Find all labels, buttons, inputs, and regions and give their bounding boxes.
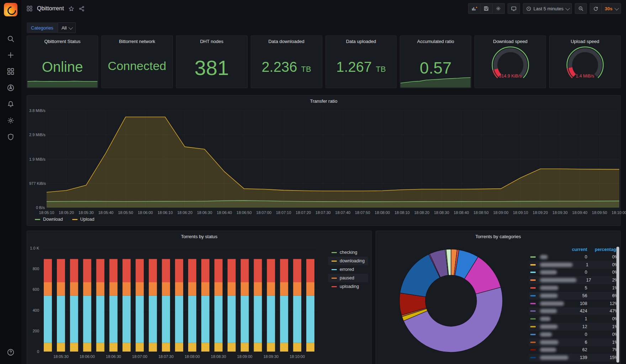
panel-title[interactable]: Bittorrent network — [102, 36, 173, 44]
y-tick: 0 B/s — [29, 205, 45, 210]
panel-title[interactable]: Data uploaded — [326, 36, 397, 44]
category-row[interactable]: 121% — [529, 323, 619, 331]
transfer-chart-area[interactable] — [47, 111, 619, 208]
category-name-redacted — [540, 309, 557, 313]
panel-title[interactable]: Download speed — [475, 36, 546, 44]
category-current-value: 56 — [571, 293, 587, 298]
category-row[interactable]: 13915% — [529, 354, 619, 362]
legend-item-paused[interactable]: paused — [328, 274, 368, 282]
panel-title[interactable]: Accumulated ratio — [400, 36, 471, 44]
table-scrollbar[interactable] — [616, 247, 619, 363]
add-panel-button[interactable] — [468, 3, 481, 14]
x-tick: 18:09:20 — [533, 210, 548, 215]
legend-item-downloading[interactable]: downloading — [328, 257, 368, 265]
category-row[interactable]: 00% — [529, 253, 619, 261]
tv-mode-button[interactable] — [508, 3, 520, 14]
category-name-redacted — [540, 301, 564, 306]
dashboard-grid-icon[interactable] — [26, 5, 33, 12]
category-row[interactable]: 61% — [529, 338, 619, 346]
stat-upload-speed[interactable]: Upload speed 1.4 MiB/s — [549, 36, 621, 88]
panel-title[interactable]: DHT nodes — [176, 36, 247, 44]
column-header-percentage[interactable]: percentage — [587, 247, 619, 252]
legend-color-dash — [530, 256, 536, 258]
refresh-interval-label: 30s — [605, 6, 612, 11]
stat-dht-nodes[interactable]: DHT nodes 381 — [176, 36, 248, 88]
dashboard-settings-button[interactable] — [493, 3, 505, 14]
time-range-picker[interactable]: Last 5 minutes — [523, 3, 572, 14]
categories-variable-value[interactable]: All — [58, 22, 76, 33]
grafana-logo-icon[interactable] — [4, 3, 17, 16]
refresh-button[interactable] — [590, 3, 602, 14]
stat-download-speed[interactable]: Download speed 314.9 KiB/s — [474, 36, 546, 88]
legend-color-dash — [530, 342, 536, 343]
category-row[interactable]: 10812% — [529, 300, 619, 307]
save-dashboard-button[interactable] — [481, 3, 493, 14]
alerting-bell-icon[interactable] — [7, 100, 15, 108]
category-percentage-value: 1% — [587, 285, 619, 290]
category-percentage-value: 0% — [587, 316, 619, 321]
help-icon[interactable] — [7, 348, 15, 356]
category-row[interactable]: 10% — [529, 315, 619, 323]
ratio-sparkline — [400, 72, 471, 87]
category-current-value: 0 — [571, 270, 587, 275]
stat-accumulated-ratio[interactable]: Accumulated ratio 0.57 — [400, 36, 471, 88]
category-row[interactable]: 627% — [529, 346, 619, 354]
legend-item-download[interactable]: Download — [35, 217, 63, 222]
legend-color-dash — [331, 252, 337, 253]
stat-value: Connected — [102, 60, 173, 72]
panel-title[interactable]: Torrents by categories — [376, 231, 620, 239]
y-tick: 800 — [29, 267, 39, 271]
category-percentage-value: 15% — [587, 355, 619, 360]
stat-bittorrent-network[interactable]: Bittorrent network Connected — [101, 36, 173, 88]
y-tick: 200 — [29, 329, 39, 333]
category-current-value: 62 — [571, 347, 587, 352]
category-row[interactable]: 42447% — [529, 307, 619, 315]
legend-color-dash — [331, 278, 337, 279]
transfer-ratio-panel: Transfer ratio DownloadUpload 0 B/s977 K… — [27, 95, 621, 226]
legend-color-dash — [530, 326, 536, 327]
category-name-redacted — [540, 332, 552, 337]
panel-title[interactable]: Upload speed — [550, 36, 620, 44]
legend-color-dash — [35, 219, 40, 220]
share-icon[interactable] — [79, 6, 85, 12]
server-admin-shield-icon[interactable] — [7, 133, 15, 141]
legend-item-checking[interactable]: checking — [328, 248, 368, 257]
category-row[interactable]: 00% — [529, 269, 619, 277]
category-row[interactable]: 172% — [529, 276, 619, 284]
configuration-gear-icon[interactable] — [7, 117, 15, 124]
stat-value: 381 — [176, 58, 247, 78]
panel-title[interactable]: Torrents by status — [27, 231, 371, 239]
column-header-current[interactable]: current — [566, 247, 587, 252]
nav-sidebar — [0, 0, 21, 364]
zoom-out-button[interactable] — [575, 3, 587, 14]
panel-title[interactable]: Data downloaded — [251, 36, 322, 44]
legend-item-uploading[interactable]: uploading — [328, 282, 368, 291]
category-percentage-value: 1% — [587, 324, 619, 329]
stat-data-uploaded[interactable]: Data uploaded 1.267 TB — [325, 36, 397, 88]
x-tick: 18:07:20 — [296, 210, 311, 215]
legend-item-errored[interactable]: errored — [328, 265, 368, 274]
explore-compass-icon[interactable] — [7, 84, 15, 92]
category-name-redacted — [540, 263, 573, 267]
refresh-interval-dropdown[interactable]: 30s — [602, 3, 621, 14]
category-row[interactable]: 00% — [529, 331, 619, 338]
category-row[interactable]: 51% — [529, 284, 619, 292]
category-row[interactable]: 566% — [529, 292, 619, 300]
stat-qbittorrent-status[interactable]: Qbittorrent Status Online — [27, 36, 98, 88]
legend-item-upload[interactable]: Upload — [72, 217, 95, 222]
category-percentage-value: 12% — [587, 301, 619, 306]
categories-table-header: current percentage — [529, 246, 619, 253]
status-chart-area[interactable] — [41, 248, 317, 352]
stat-data-downloaded[interactable]: Data downloaded 2.236 TB — [251, 36, 322, 88]
categories-donut-chart[interactable] — [398, 247, 504, 354]
category-row[interactable]: 10% — [529, 261, 619, 269]
dashboard-title[interactable]: Qbittorrent — [37, 5, 64, 12]
panel-title[interactable]: Transfer ratio — [27, 96, 620, 104]
search-icon[interactable] — [7, 35, 15, 43]
x-tick: 18:07:30 — [158, 354, 174, 359]
dashboards-icon[interactable] — [7, 68, 15, 75]
star-icon[interactable] — [68, 6, 74, 12]
panel-title[interactable]: Qbittorrent Status — [27, 36, 98, 44]
categories-variable-label[interactable]: Categories — [27, 22, 58, 33]
add-icon[interactable] — [7, 51, 15, 59]
